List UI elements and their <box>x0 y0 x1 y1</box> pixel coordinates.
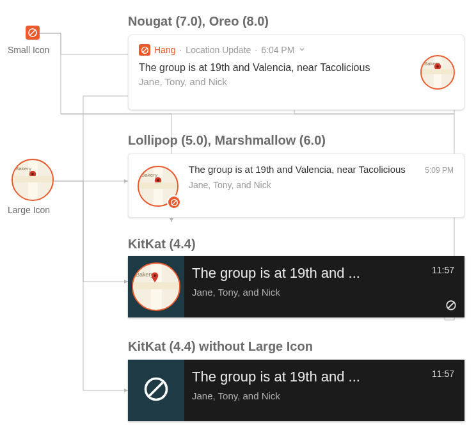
notification-time: 11:57 <box>432 265 454 275</box>
notification-title: The group is at 19th and ... <box>192 265 420 282</box>
large-icon-label: Large Icon <box>8 205 50 215</box>
svg-point-10 <box>31 173 34 175</box>
map-pin-icon <box>28 170 37 179</box>
notification-time: 5:09 PM <box>425 166 454 175</box>
section-title-kitkat-no-large: KitKat (4.4) without Large Icon <box>128 339 313 354</box>
notification-time: 6:04 PM <box>261 45 294 55</box>
app-circle-slash-icon <box>139 44 150 56</box>
separator: · <box>255 45 257 55</box>
notification-body: Jane, Tony, and Nick <box>189 180 415 190</box>
map-pin-icon <box>433 63 442 72</box>
separator: · <box>179 45 182 55</box>
small-icon-label: Small Icon <box>8 45 49 55</box>
svg-point-14 <box>157 179 159 182</box>
notification-time: 11:57 <box>432 369 454 379</box>
notification-kitkat[interactable]: Bakery The group is at 19th and ... Jane… <box>128 256 464 317</box>
svg-line-19 <box>448 303 454 308</box>
app-circle-slash-icon <box>167 195 181 209</box>
notification-icon-strip <box>128 360 184 421</box>
large-icon-sample: Bakery <box>12 159 54 201</box>
notification-marshmallow[interactable]: Bakery The group is at 19th and Valencia… <box>128 154 464 218</box>
app-circle-slash-icon <box>28 28 38 38</box>
app-circle-slash-icon <box>445 300 457 311</box>
svg-line-9 <box>30 30 35 35</box>
small-icon-sample <box>26 26 40 40</box>
section-title-marshmallow: Lollipop (5.0), Marshmallow (6.0) <box>128 133 326 148</box>
svg-line-12 <box>143 48 147 52</box>
svg-point-13 <box>436 65 439 68</box>
svg-point-17 <box>154 275 156 277</box>
notification-subtext: Location Update <box>186 45 251 55</box>
notification-large-icon: Bakery <box>420 55 455 90</box>
notification-title: The group is at 19th and ... <box>192 369 420 385</box>
section-title-oreo: Nougat (7.0), Oreo (8.0) <box>128 14 269 29</box>
app-circle-slash-icon <box>142 375 170 406</box>
svg-line-16 <box>172 200 177 205</box>
notification-kitkat-no-large[interactable]: The group is at 19th and ... Jane, Tony,… <box>128 360 464 421</box>
notification-large-icon: Bakery <box>132 262 180 311</box>
svg-line-21 <box>149 382 163 396</box>
svg-marker-1 <box>170 218 173 222</box>
notification-large-icon: Bakery <box>138 166 178 207</box>
notification-title: The group is at 19th and Valencia, near … <box>139 62 454 74</box>
chevron-down-icon[interactable] <box>298 45 306 55</box>
notification-oreo[interactable]: Hang · Location Update · 6:04 PM The gro… <box>128 35 464 110</box>
notification-body: Jane, Tony, and Nick <box>139 76 454 87</box>
notification-title: The group is at 19th and Valencia, near … <box>189 163 415 176</box>
notification-app-name: Hang <box>154 45 175 55</box>
section-title-kitkat: KitKat (4.4) <box>128 237 196 252</box>
notification-icon-strip: Bakery <box>128 256 184 317</box>
map-pin-icon <box>150 272 162 286</box>
map-pin-icon <box>154 177 163 186</box>
notification-body: Jane, Tony, and Nick <box>192 287 420 298</box>
notification-body: Jane, Tony, and Nick <box>192 390 420 401</box>
